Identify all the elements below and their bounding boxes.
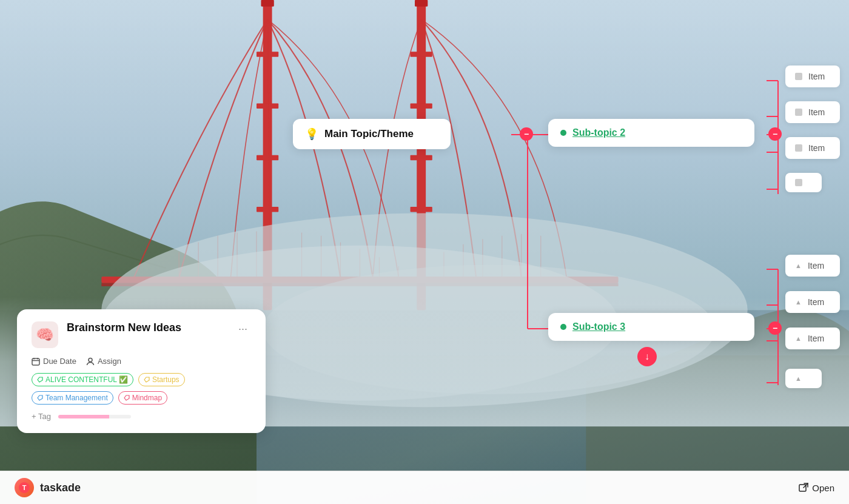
item-square-icon — [795, 144, 802, 152]
main-topic-icon: 💡 — [305, 127, 318, 141]
svg-rect-4 — [257, 103, 278, 109]
assign-label: Assign — [98, 357, 121, 366]
item-card-bottom-4[interactable]: ▲ — [785, 369, 822, 388]
taskade-logo-icon: T — [18, 482, 30, 494]
main-node-minus-button[interactable]: − — [520, 127, 533, 141]
main-topic-text: Main Topic/Theme — [324, 128, 414, 140]
item-text-2: Item — [808, 107, 825, 117]
item-card-bottom-2[interactable]: ▲ Item — [785, 291, 840, 313]
item-card-top-3[interactable]: Item — [785, 137, 840, 159]
item-text-3: Item — [808, 143, 825, 153]
tag-team-management[interactable]: Team Management — [32, 391, 113, 405]
item-text-1: Item — [808, 72, 825, 81]
item-square-icon — [795, 109, 802, 116]
task-icon: 🧠 — [32, 321, 58, 348]
svg-point-57 — [89, 358, 92, 361]
bottom-bar-left: T taskade — [15, 478, 81, 497]
add-tag-button[interactable]: + Tag — [32, 412, 51, 421]
add-tag-row: + Tag — [32, 412, 251, 421]
subtopic2-dot — [560, 130, 566, 136]
subtopic3-text: Sub-topic 3 — [572, 321, 625, 332]
task-title: Brainstorm New Ideas — [67, 321, 226, 334]
task-more-button[interactable]: ··· — [235, 321, 251, 337]
item-square-icon — [795, 179, 802, 186]
svg-rect-11 — [411, 155, 432, 161]
open-button[interactable]: Open — [799, 483, 834, 493]
tag-startups[interactable]: Startups — [138, 373, 185, 386]
item-square-icon — [795, 73, 802, 80]
tag-alive-contentful[interactable]: ALIVE CONTENTFUL ✅ — [32, 373, 133, 386]
item-card-top-1[interactable]: Item — [785, 66, 840, 87]
svg-text:T: T — [22, 484, 27, 491]
task-card-header: 🧠 Brainstorm New Ideas ··· — [32, 321, 251, 348]
bottom-bar: T taskade Open — [0, 471, 849, 504]
subtopic3-minus-button[interactable]: − — [768, 321, 782, 335]
up-arrow-icon-2: ▲ — [795, 298, 802, 306]
svg-rect-53 — [32, 358, 39, 365]
open-label: Open — [812, 483, 834, 493]
svg-rect-10 — [411, 103, 432, 109]
tag-icon — [144, 377, 150, 383]
up-arrow-icon-3: ▲ — [795, 335, 802, 342]
assign-button[interactable]: Assign — [86, 357, 121, 366]
due-date-button[interactable]: Due Date — [32, 357, 76, 366]
svg-rect-9 — [411, 52, 432, 57]
tag-icon — [37, 377, 43, 383]
svg-rect-7 — [261, 0, 273, 7]
subtopic2-minus-button[interactable]: − — [768, 127, 782, 141]
tag-progress-bar — [58, 415, 131, 418]
person-icon — [86, 357, 95, 366]
subtopic3-node[interactable]: Sub-topic 3 — [548, 313, 754, 341]
item-text-b3: Item — [808, 334, 824, 343]
item-card-bottom-3[interactable]: ▲ Item — [785, 328, 840, 349]
taskade-logo: T — [15, 478, 34, 497]
main-topic-node[interactable]: 💡 Main Topic/Theme — [293, 119, 451, 149]
add-node-button[interactable]: ↓ — [637, 347, 657, 366]
svg-rect-13 — [415, 0, 428, 7]
item-card-top-2[interactable]: Item — [785, 101, 840, 123]
subtopic2-node[interactable]: Sub-topic 2 — [548, 119, 754, 147]
due-date-label: Due Date — [43, 357, 76, 366]
subtopic2-text: Sub-topic 2 — [572, 127, 625, 138]
tag-icon — [37, 395, 43, 401]
task-tags: ALIVE CONTENTFUL ✅ Startups Team Managem… — [32, 373, 251, 405]
up-arrow-icon-4: ▲ — [795, 375, 802, 382]
tag-mindmap[interactable]: Mindmap — [118, 391, 167, 405]
tag-icon — [124, 395, 130, 401]
svg-rect-12 — [411, 207, 432, 212]
svg-rect-5 — [257, 155, 278, 161]
task-card: 🧠 Brainstorm New Ideas ··· Due Date Assi… — [17, 309, 266, 433]
item-card-top-4[interactable] — [785, 173, 822, 192]
up-arrow-icon-1: ▲ — [795, 262, 802, 269]
item-text-b2: Item — [808, 297, 824, 307]
item-card-bottom-1[interactable]: ▲ Item — [785, 255, 840, 277]
app-name: taskade — [40, 482, 81, 494]
task-meta: Due Date Assign — [32, 357, 251, 366]
item-text-b1: Item — [808, 261, 824, 270]
open-icon — [799, 483, 808, 492]
calendar-icon — [32, 357, 40, 366]
svg-rect-6 — [257, 207, 278, 212]
subtopic3-dot — [560, 324, 566, 330]
